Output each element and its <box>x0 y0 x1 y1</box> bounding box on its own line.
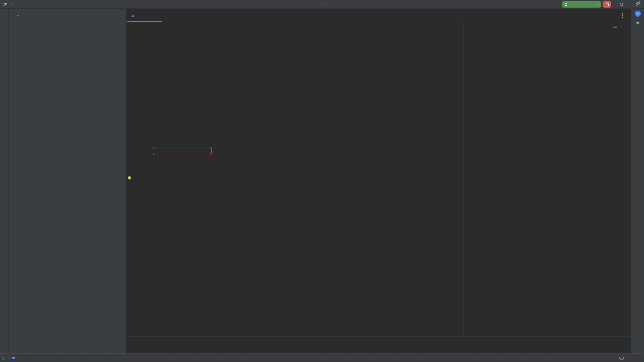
active-tab-underline <box>127 21 162 22</box>
status-breadcrumb[interactable]: › m <box>0 355 17 360</box>
chevron-down-icon <box>10 3 14 6</box>
inspection-ok-icon: ✓✓ <box>613 25 618 29</box>
editor-area: m ••• ✓✓ ⌃ ⌃ <box>127 9 631 353</box>
search-icon <box>619 2 624 7</box>
editor-options-kebab-icon[interactable]: ••• <box>621 13 624 18</box>
rerun-icon <box>564 3 568 6</box>
stop-button[interactable] <box>603 1 611 8</box>
window-title-bar <box>0 0 644 9</box>
status-bar: › m <box>0 353 644 362</box>
chevron-up-icon[interactable]: ⌃ <box>620 26 623 29</box>
chevron-down-icon[interactable] <box>597 3 600 6</box>
chevron-down-icon <box>321 3 325 6</box>
intention-bulb-icon[interactable] <box>127 176 132 181</box>
settings-notification-badge <box>639 1 641 3</box>
git-branch-icon <box>3 3 7 7</box>
project-tool-window <box>9 9 127 353</box>
editor-tab-pom-xml[interactable]: m <box>127 9 142 22</box>
activity-bar <box>0 9 9 353</box>
editor-bottom-tabs <box>127 345 631 353</box>
inspection-widget[interactable]: ✓✓ ⌃ ⌃ <box>611 24 630 30</box>
status-widgets <box>619 356 644 360</box>
annotation-highlight-box <box>153 147 212 155</box>
chevron-right-icon: › <box>9 356 10 360</box>
right-tool-strip: </> m <box>631 9 644 353</box>
git-branch-widget[interactable] <box>3 0 14 9</box>
module-icon <box>3 357 5 359</box>
code-with-me-icon[interactable]: </> <box>635 11 641 17</box>
project-panel-header[interactable] <box>15 14 20 17</box>
run-configuration-button[interactable] <box>562 1 601 8</box>
maven-icon: m <box>132 14 134 17</box>
copilot-icon[interactable] <box>619 356 624 360</box>
search-everywhere-button[interactable] <box>618 1 625 8</box>
maven-icon: m <box>12 355 15 360</box>
settings-button[interactable] <box>635 1 641 8</box>
hard-wrap-guide <box>463 22 464 336</box>
breadcrumbs <box>127 336 631 345</box>
window-project-title[interactable] <box>319 0 325 9</box>
maven-tool-window-button[interactable]: m <box>635 20 639 26</box>
divider <box>596 2 596 7</box>
editor-tab-bar: m ••• <box>127 9 631 22</box>
stop-icon <box>606 3 609 6</box>
chevron-down-icon <box>16 14 20 17</box>
chevron-down-icon[interactable]: ⌃ <box>625 26 627 29</box>
